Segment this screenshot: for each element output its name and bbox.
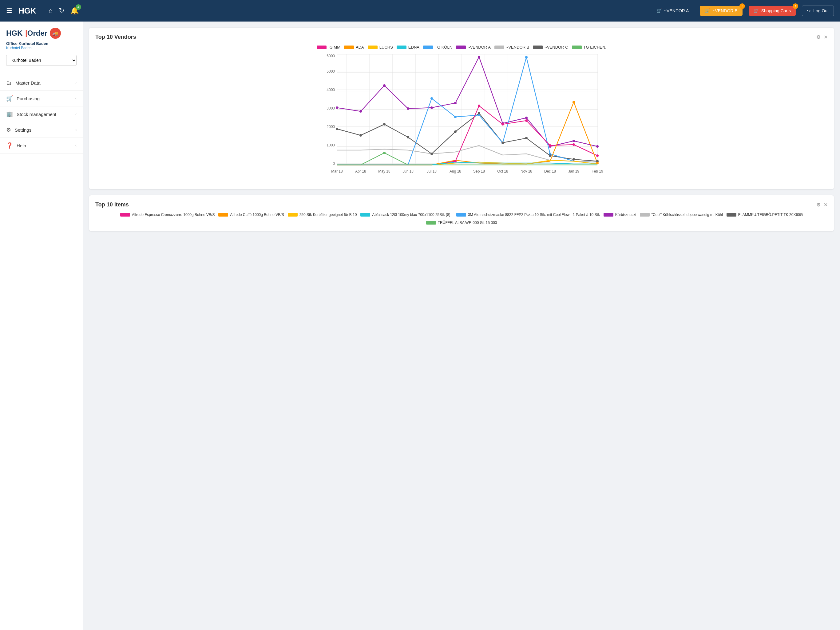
legend-item-ig-mm: IG MM [317, 45, 340, 49]
home-icon[interactable]: ⌂ [49, 7, 52, 15]
legend-label: Alfredo Caffè 1000g Bohne VB/S [230, 212, 284, 217]
legend-color-tg-eichen [572, 46, 582, 49]
location-select[interactable]: Kurhotel Baden [6, 55, 77, 66]
dot [336, 128, 338, 130]
items-legend: Alfredo Espresso Cremazzurro 1000g Bohne… [95, 212, 828, 225]
legend-label: 3M Atemschutzmaske 8822 FFP2 Pck a 10 St… [468, 212, 600, 217]
dot [359, 134, 362, 136]
main-content: Top 10 Vendors ⚙ ✕ IG MM ADA LUC [83, 22, 840, 630]
shopping-carts-button[interactable]: 🛒 Shopping Carts ! [749, 6, 796, 16]
sidebar-item-stock-management[interactable]: 🏢 Stock management ‹ [0, 106, 83, 122]
dot [573, 101, 575, 103]
sidebar-item-label: Master Data [15, 80, 41, 85]
stock-icon: 🏢 [6, 111, 13, 117]
vendors-chart-area: 0 1000 2000 3000 4000 5000 6000 [95, 52, 828, 183]
svg-text:Oct 18: Oct 18 [497, 169, 508, 174]
sidebar-sub-label[interactable]: Kurhotel Baden [6, 46, 77, 50]
notifications-icon[interactable]: 🔔 4 [70, 7, 79, 15]
legend-item-vendor-b: ~VENDOR B [494, 45, 529, 49]
svg-text:6000: 6000 [327, 54, 335, 58]
legend-label-vendor-b: ~VENDOR B [506, 45, 529, 49]
dot [336, 106, 338, 109]
legend-item-kuhlschussel: "Cool" Kühlschüssel. doppelwandig m. Küh… [640, 212, 723, 217]
svg-text:Apr 18: Apr 18 [355, 169, 366, 174]
sidebar-item-label: Stock management [17, 112, 56, 117]
legend-item-alfredo-espresso: Alfredo Espresso Cremazzurro 1000g Bohne… [120, 212, 215, 217]
logout-button[interactable]: ↪ Log Out [802, 6, 834, 16]
svg-text:3000: 3000 [327, 106, 335, 111]
legend-color [640, 213, 650, 217]
svg-text:5000: 5000 [327, 69, 335, 73]
dot [525, 117, 527, 119]
legend-color [726, 213, 736, 217]
vendors-close-button[interactable]: ✕ [824, 34, 828, 40]
dot [454, 102, 456, 104]
legend-item-kurbisknacki: Kürbisknacki [603, 212, 636, 217]
logout-icon: ↪ [807, 8, 811, 13]
legend-item-luchs: LUCHS [368, 45, 393, 49]
sidebar-nav: 🗂 Master Data ‹ 🛒 Purchasing ‹ 🏢 Stock m… [0, 75, 83, 154]
cart-icon-vendor-b: 🛒 [705, 8, 710, 13]
items-close-button[interactable]: ✕ [824, 202, 828, 207]
legend-label: Abfallsack 120l 100my blau 700x1100 25St… [372, 212, 453, 217]
dot [596, 162, 598, 164]
vendors-settings-button[interactable]: ⚙ [816, 34, 821, 40]
legend-color [218, 213, 228, 217]
sidebar-item-help[interactable]: ❓ Help ‹ [0, 138, 83, 154]
dot [454, 116, 456, 118]
legend-label: Alfredo Espresso Cremazzurro 1000g Bohne… [132, 212, 215, 217]
refresh-icon[interactable]: ↻ [59, 7, 64, 15]
dot [573, 158, 575, 161]
dot [383, 84, 385, 87]
svg-text:Jun 18: Jun 18 [403, 169, 414, 174]
legend-color [288, 213, 298, 217]
dot [478, 112, 480, 114]
sidebar-office-name: Office Kurhotel Baden [6, 41, 77, 46]
legend-color-vendor-a [456, 46, 466, 49]
legend-color-vendor-b [494, 46, 504, 49]
vendor-b-button[interactable]: 🛒 ~VENDOR B ! [700, 6, 742, 16]
notifications-badge: 4 [76, 4, 81, 10]
legend-label-ada: ADA [356, 45, 364, 49]
items-settings-button[interactable]: ⚙ [816, 202, 821, 207]
cart-icon-vendor-a: 🛒 [657, 8, 662, 13]
dot [573, 143, 575, 146]
vendor-a-button[interactable]: 🛒 ~VENDOR A [652, 6, 694, 16]
chevron-right-icon: ‹ [75, 112, 77, 116]
vendors-line-chart: 0 1000 2000 3000 4000 5000 6000 [95, 52, 828, 182]
dot [502, 123, 504, 125]
master-data-icon: 🗂 [6, 80, 12, 86]
sidebar-item-purchasing[interactable]: 🛒 Purchasing ‹ [0, 91, 83, 106]
dot [431, 106, 433, 109]
svg-text:1000: 1000 [327, 143, 335, 147]
legend-item-flammku: FLAMMKU.TEIGBÖ.PETIT TK 20X60G [726, 212, 803, 217]
legend-item-atemschutzmaske: 3M Atemschutzmaske 8822 FFP2 Pck a 10 St… [456, 212, 600, 217]
legend-label: "Cool" Kühlschüssel. doppelwandig m. Küh… [652, 212, 723, 217]
dot [525, 56, 527, 59]
dot [478, 56, 480, 58]
vendors-card-actions: ⚙ ✕ [816, 34, 828, 40]
dot [454, 130, 456, 133]
items-card-header: Top 10 Items ⚙ ✕ [95, 201, 828, 208]
legend-label-edna: EDNA [408, 45, 419, 49]
legend-label-tg-koln: TG KÖLN [435, 45, 452, 49]
main-layout: HGK |Order 🚚 Office Kurhotel Baden Kurho… [0, 22, 840, 630]
sidebar-item-settings[interactable]: ⚙ Settings ‹ [0, 122, 83, 138]
menu-icon[interactable]: ☰ [6, 7, 12, 15]
items-card-actions: ⚙ ✕ [816, 202, 828, 207]
svg-text:2000: 2000 [327, 125, 335, 129]
svg-text:May 18: May 18 [378, 169, 390, 174]
sidebar-item-label: Purchasing [17, 96, 39, 101]
svg-text:Jul 18: Jul 18 [427, 169, 437, 174]
svg-text:Sep 18: Sep 18 [473, 169, 485, 174]
shopping-carts-badge: ! [793, 3, 798, 9]
sidebar-item-master-data[interactable]: 🗂 Master Data ‹ [0, 75, 83, 91]
legend-item-vendor-a: ~VENDOR A [456, 45, 491, 49]
chevron-right-icon: ‹ [75, 143, 77, 148]
legend-color-luchs [368, 46, 377, 49]
vendor-b-badge: ! [739, 3, 745, 9]
legend-color [120, 213, 130, 217]
chevron-right-icon: ‹ [75, 128, 77, 132]
shopping-cart-icon: 🛒 [753, 8, 759, 13]
chevron-right-icon: ‹ [75, 81, 77, 85]
